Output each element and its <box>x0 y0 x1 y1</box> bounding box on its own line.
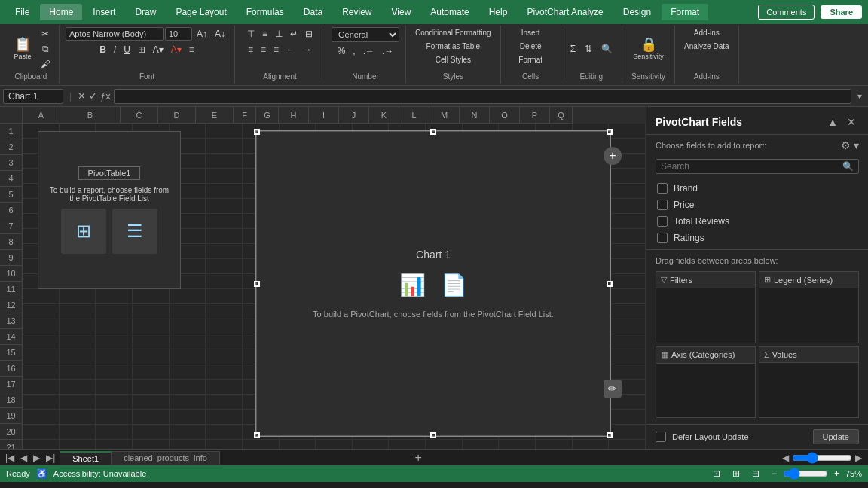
format-button[interactable]: Format <box>515 54 546 66</box>
row-1[interactable]: 1 <box>0 124 23 139</box>
delete-button[interactable]: Delete <box>517 41 545 52</box>
font-color-button[interactable]: A▾ <box>168 43 185 56</box>
insert-function-icon[interactable]: ƒx <box>100 90 111 102</box>
row-3[interactable]: 3 <box>0 155 23 171</box>
font-name-input[interactable] <box>66 27 164 41</box>
menu-data[interactable]: Data <box>295 4 332 20</box>
cut-button[interactable]: ✂ <box>38 27 53 41</box>
italic-button[interactable]: I <box>111 43 119 56</box>
find-select-button[interactable]: 🔍 <box>598 42 616 56</box>
field-total-reviews-checkbox[interactable] <box>657 216 668 227</box>
fill-color-button[interactable]: A▾ <box>150 43 167 56</box>
col-D[interactable]: D <box>158 107 196 124</box>
zoom-slider[interactable] <box>783 468 828 480</box>
menu-formulas[interactable]: Formulas <box>237 4 293 20</box>
row-2[interactable]: 2 <box>0 139 23 155</box>
align-middle-button[interactable]: ≡ <box>259 27 270 41</box>
menu-review[interactable]: Review <box>333 4 381 20</box>
row-16[interactable]: 16 <box>0 361 23 377</box>
defer-checkbox[interactable] <box>656 432 666 442</box>
decrease-decimal-button[interactable]: .← <box>360 44 377 58</box>
row-7[interactable]: 7 <box>0 218 23 234</box>
search-input[interactable] <box>661 161 842 172</box>
name-box[interactable] <box>3 89 63 104</box>
chart-box[interactable]: Chart 1 📊 📄 To build a PivotChart, choos… <box>256 131 610 436</box>
number-format-select[interactable]: General <box>332 27 399 42</box>
sheet-tab-cleaned[interactable]: cleaned_products_info <box>112 451 220 465</box>
drop-area-axis[interactable]: ▦ Axis (Categories) <box>656 346 756 419</box>
increase-font-button[interactable]: A↑ <box>194 27 210 41</box>
sheet-nav-right-right[interactable]: ▶| <box>44 453 57 463</box>
sheet-nav-left[interactable]: ◀ <box>18 453 29 463</box>
menu-file[interactable]: File <box>6 4 38 20</box>
col-I[interactable]: I <box>309 107 339 124</box>
increase-decimal-button[interactable]: .→ <box>379 44 396 58</box>
formula-expand-icon[interactable]: ▾ <box>854 91 865 102</box>
align-top-button[interactable]: ⊤ <box>244 27 258 41</box>
row-14[interactable]: 14 <box>0 329 23 345</box>
percent-button[interactable]: % <box>335 44 349 58</box>
menu-pivotchart-analyze[interactable]: PivotChart Analyze <box>518 4 612 20</box>
sensitivity-button[interactable]: 🔒 Sensitivity <box>629 35 668 63</box>
field-price-checkbox[interactable] <box>657 200 668 210</box>
panel-close-button[interactable]: ✕ <box>844 114 859 130</box>
col-Q[interactable]: Q <box>550 107 573 124</box>
align-bottom-button[interactable]: ⊥ <box>272 27 286 41</box>
menu-home[interactable]: Home <box>40 4 82 20</box>
row-17[interactable]: 17 <box>0 377 23 392</box>
align-left-button[interactable]: ≡ <box>245 43 256 56</box>
menu-view[interactable]: View <box>383 4 420 20</box>
more-font-options[interactable]: ≡ <box>186 43 197 56</box>
sheet-nav-right[interactable]: ▶ <box>31 453 42 463</box>
panel-gear-button[interactable]: ⚙ ▾ <box>841 139 859 151</box>
format-table-button[interactable]: Format as Table <box>423 41 484 52</box>
format-painter-button[interactable]: 🖌 <box>38 57 53 71</box>
comments-button[interactable]: Comments <box>758 5 815 20</box>
share-button[interactable]: Share <box>821 5 862 19</box>
col-C[interactable]: C <box>121 107 158 124</box>
underline-button[interactable]: U <box>121 43 133 56</box>
field-brand-checkbox[interactable] <box>657 183 668 194</box>
col-M[interactable]: M <box>429 107 460 124</box>
col-A[interactable]: A <box>23 107 60 124</box>
bold-button[interactable]: B <box>96 43 109 56</box>
col-L[interactable]: L <box>399 107 429 124</box>
menu-page-layout[interactable]: Page Layout <box>167 4 235 20</box>
row-9[interactable]: 9 <box>0 250 23 266</box>
col-K[interactable]: K <box>369 107 399 124</box>
page-layout-view-button[interactable]: ⊞ <box>729 467 743 480</box>
merge-center-button[interactable]: ⊟ <box>302 27 316 41</box>
row-20[interactable]: 20 <box>0 424 23 440</box>
row-18[interactable]: 18 <box>0 392 23 408</box>
zoom-in-button[interactable]: + <box>831 467 842 480</box>
col-E[interactable]: E <box>196 107 234 124</box>
copy-button[interactable]: ⧉ <box>38 42 53 56</box>
sheet-tab-sheet1[interactable]: Sheet1 <box>60 451 112 465</box>
row-12[interactable]: 12 <box>0 297 23 313</box>
menu-design[interactable]: Design <box>614 4 660 20</box>
cancel-formula-icon[interactable]: ✕ <box>78 90 86 102</box>
font-size-input[interactable] <box>165 27 192 41</box>
drop-area-legend[interactable]: ⊞ Legend (Series) <box>759 271 859 343</box>
col-P[interactable]: P <box>520 107 550 124</box>
drop-area-values[interactable]: Σ Values <box>759 346 859 419</box>
sort-filter-button[interactable]: ⇅ <box>582 42 595 56</box>
cell-styles-button[interactable]: Cell Styles <box>432 54 474 66</box>
menu-help[interactable]: Help <box>480 4 517 20</box>
drop-area-filters[interactable]: ▽ Filters <box>656 271 756 343</box>
col-J[interactable]: J <box>339 107 369 124</box>
autosum-button[interactable]: Σ <box>567 42 579 56</box>
paste-button[interactable]: 📋 Paste <box>9 35 36 63</box>
analyze-data-button[interactable]: Analyze Data <box>681 41 732 52</box>
row-6[interactable]: 6 <box>0 203 23 218</box>
formula-input[interactable] <box>114 89 851 104</box>
align-center-button[interactable]: ≡ <box>258 43 269 56</box>
sheet-nav-left-left[interactable]: |◀ <box>3 453 17 463</box>
chart-edit-button[interactable]: ✏ <box>604 380 622 398</box>
align-right-button[interactable]: ≡ <box>270 43 282 56</box>
border-button[interactable]: ⊞ <box>135 43 148 56</box>
menu-automate[interactable]: Automate <box>421 4 478 20</box>
confirm-formula-icon[interactable]: ✓ <box>89 90 97 102</box>
insert-button[interactable]: Insert <box>518 27 543 38</box>
menu-insert[interactable]: Insert <box>84 4 124 20</box>
